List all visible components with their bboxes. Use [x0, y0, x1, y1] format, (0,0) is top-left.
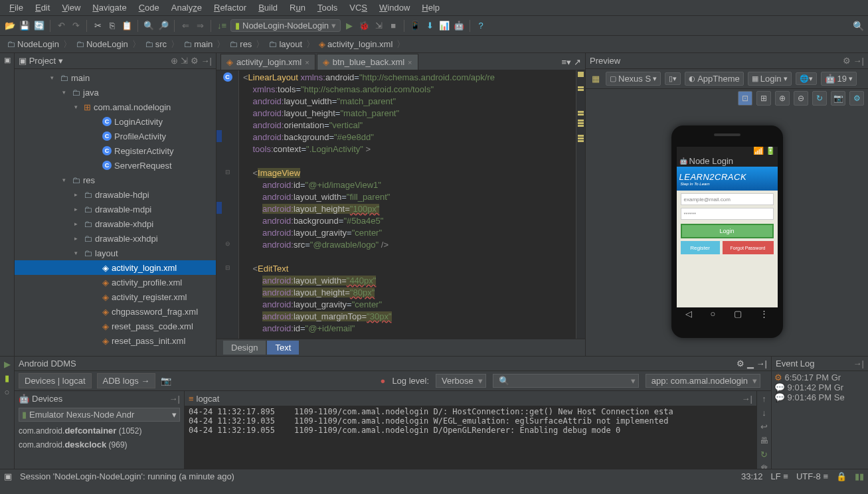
devices-logcat-tab[interactable]: Devices | logcat [19, 373, 92, 388]
filter-combo[interactable]: app: com.amal.nodelogin [646, 374, 760, 388]
activity-combo[interactable]: ▦Login▾ [748, 72, 792, 86]
process-row[interactable]: com.android.deskclock (969) [15, 438, 184, 452]
scroll-up-icon[interactable]: ↑ [762, 394, 766, 404]
todo-tool-icon[interactable]: ○ [5, 387, 10, 397]
hide-icon[interactable]: →| [756, 359, 767, 369]
design-tab[interactable]: Design [223, 341, 266, 355]
tree-item[interactable]: CRegisterActivity [15, 143, 216, 158]
editor-tab[interactable]: ◈btn_blue_back.xml× [317, 54, 418, 70]
replace-icon[interactable]: 🔎 [157, 20, 169, 32]
hide-icon[interactable]: →| [201, 56, 212, 66]
gear-icon[interactable]: ⚙ [191, 56, 199, 66]
tree-item[interactable]: ▸🗀drawable-xxhdpi [15, 231, 216, 246]
tree-item[interactable]: ◈activity_register.xml [15, 289, 216, 304]
text-tab[interactable]: Text [267, 341, 299, 355]
copy-icon[interactable]: ⎘ [106, 20, 118, 32]
tree-item[interactable]: CServerRequest [15, 158, 216, 173]
process-row[interactable]: com.android.defcontainer (1052) [15, 424, 184, 438]
hide-icon[interactable]: →| [853, 56, 864, 66]
menu-code[interactable]: Code [133, 1, 165, 14]
breadcrumb-item[interactable]: 🗀src [142, 39, 169, 50]
breadcrumb-item[interactable]: 🗀NodeLogin [4, 39, 62, 50]
menu-window[interactable]: Window [374, 1, 415, 14]
logcat-output[interactable]: 04-24 11:32:17.895 1109-1109/com.amal.no… [185, 406, 756, 469]
minimize-icon[interactable]: ▁ [747, 359, 754, 369]
menu-file[interactable]: File [4, 1, 29, 14]
tree-item[interactable]: ◈activity_login.xml [15, 260, 216, 275]
tree-item[interactable]: ▾🗀main [15, 70, 216, 85]
editor-gutter[interactable]: C ⊟ ⊖ ⊟ [217, 70, 239, 339]
tree-item[interactable]: ▾🗀java [15, 85, 216, 100]
tree-item[interactable]: ◈reset_pass_init.xml [15, 333, 216, 348]
save-icon[interactable]: 💾 [19, 20, 31, 32]
redo-icon[interactable]: ↷ [70, 20, 82, 32]
screenshot-icon[interactable]: 📷 [831, 91, 845, 106]
breadcrumb-item[interactable]: 🗀res [226, 39, 254, 50]
tree-item[interactable]: ◈reset_pass_code.xml [15, 319, 216, 333]
menu-build[interactable]: Build [253, 1, 283, 14]
tree-item[interactable]: ▸🗀drawable-mdpi [15, 202, 216, 216]
record-icon[interactable]: ● [381, 376, 386, 386]
restart-icon[interactable]: ↻ [760, 450, 768, 459]
menu-tools[interactable]: Tools [312, 1, 343, 14]
help-icon[interactable]: ? [475, 20, 487, 32]
event-log-line[interactable]: ⚙ 6:50:17 PM Gr [774, 372, 865, 382]
project-tool-button[interactable]: ▣ [4, 56, 11, 64]
search-everywhere-icon[interactable]: 🔍 [853, 21, 864, 31]
debug-icon[interactable]: 🐞 [358, 20, 370, 32]
preview-screen[interactable]: 📶🔋 🤖Node Login LEARN2CRACK Step In To Le… [677, 147, 778, 319]
encoding[interactable]: UTF-8 ≡ [796, 471, 828, 481]
android-tool-icon[interactable]: ▮ [5, 373, 9, 383]
locale-combo[interactable]: 🌐▾ [796, 72, 817, 85]
zoom-in-icon[interactable]: ⊕ [775, 91, 790, 106]
monitor-icon[interactable]: 📊 [438, 20, 450, 32]
print-icon[interactable]: 🖶 [760, 436, 768, 446]
sdk-icon[interactable]: ⬇ [424, 20, 436, 32]
settings-icon[interactable]: ⚙ [849, 91, 864, 106]
close-icon[interactable]: × [305, 58, 309, 66]
screenshot-icon[interactable]: 📷 [161, 376, 171, 386]
run-config-combo[interactable]: ▮ NodeLogin-NodeLogin ▾ [230, 19, 341, 32]
tree-item[interactable]: ◈chgpassword_frag.xml [15, 304, 216, 319]
tree-item[interactable]: ▸🗀drawable-hdpi [15, 187, 216, 202]
tree-item[interactable]: ▾🗀layout [15, 246, 216, 260]
zoom-out-icon[interactable]: ⊖ [794, 91, 808, 106]
editor-tab[interactable]: ◈activity_login.xml× [220, 54, 315, 70]
tree-item[interactable]: ◈activity_profile.xml [15, 275, 216, 289]
attach-icon[interactable]: ⇲ [373, 20, 385, 32]
sync-icon[interactable]: 🔄 [33, 20, 45, 32]
project-tree[interactable]: ▾🗀main▾🗀java▾⊞com.amal.nodeloginCLoginAc… [15, 69, 216, 356]
menu-vcs[interactable]: VCS [344, 1, 373, 14]
cut-icon[interactable]: ✂ [92, 20, 104, 32]
open-icon[interactable]: 📂 [4, 20, 16, 32]
gear-icon[interactable]: ⚙ [843, 56, 851, 66]
breadcrumb-item[interactable]: 🗀layout [266, 39, 305, 50]
tree-item[interactable]: ▾🗀res [15, 173, 216, 187]
find-icon[interactable]: 🔍 [143, 20, 155, 32]
gear-icon[interactable]: ⚙ [737, 359, 744, 369]
menu-refactor[interactable]: Refactor [209, 1, 252, 14]
tree-item[interactable]: CProfileActivity [15, 129, 216, 143]
adb-logs-tab[interactable]: ADB logs → [97, 373, 156, 388]
render-icon[interactable]: ▦ [590, 73, 602, 85]
undo-icon[interactable]: ↶ [55, 20, 67, 32]
tab-popout-icon[interactable]: ↗ [574, 57, 581, 67]
refresh-icon[interactable]: ↻ [812, 91, 827, 106]
tool-windows-icon[interactable]: ▣ [4, 471, 12, 481]
stop-icon[interactable]: ■ [387, 20, 399, 32]
menu-help[interactable]: Help [416, 1, 445, 14]
api-combo[interactable]: 🤖19▾ [821, 72, 857, 86]
breadcrumb-item[interactable]: 🗀NodeLogin [73, 39, 131, 50]
menu-edit[interactable]: Edit [30, 1, 55, 14]
soft-wrap-icon[interactable]: ↩ [760, 422, 768, 432]
menu-analyze[interactable]: Analyze [166, 1, 207, 14]
collapse-all-icon[interactable]: ⇲ [181, 56, 188, 66]
run-icon[interactable]: ▶ [343, 20, 355, 32]
run-tool-icon[interactable]: ▶ [4, 359, 11, 369]
clear-icon[interactable]: 🗑 [760, 463, 768, 469]
back-icon[interactable]: ⇐ [179, 20, 191, 32]
tree-item[interactable]: CLoginActivity [15, 114, 216, 129]
menu-navigate[interactable]: Navigate [87, 1, 131, 14]
memory-indicator[interactable]: ▮▮ [855, 471, 864, 481]
code-editor[interactable]: <LinearLayout xmlns:android="http://sche… [239, 70, 576, 339]
